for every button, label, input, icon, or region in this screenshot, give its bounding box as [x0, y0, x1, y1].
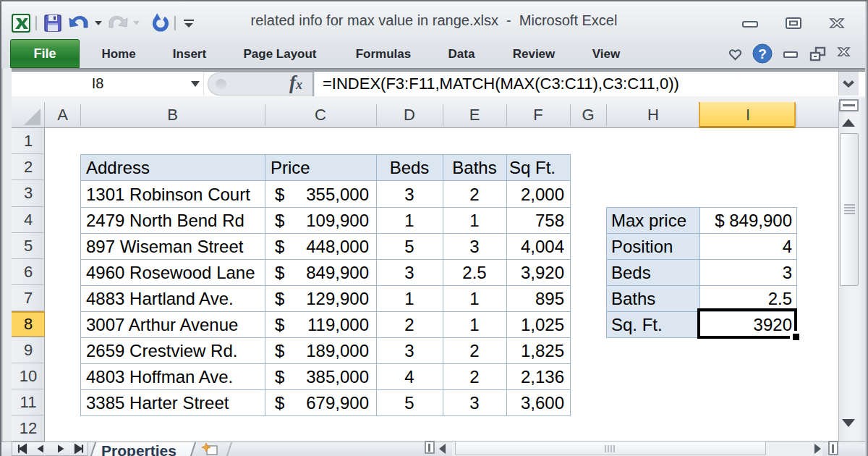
svg-text:?: ?	[758, 46, 767, 62]
